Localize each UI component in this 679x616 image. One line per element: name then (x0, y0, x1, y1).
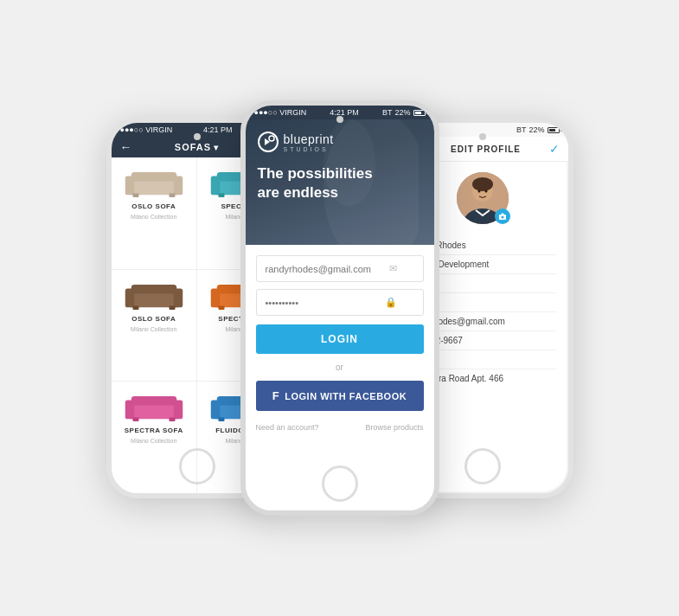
email-icon: ✉ (389, 263, 397, 274)
item-name-3: OSLO SOFA (131, 315, 176, 323)
svg-rect-16 (127, 292, 180, 307)
camera-icon (498, 212, 507, 221)
profile-title: EDIT PROFILE (451, 144, 521, 154)
svg-point-46 (477, 190, 480, 193)
svg-rect-28 (127, 404, 180, 420)
back-arrow-icon[interactable]: ← (120, 140, 132, 154)
catalog-title: SOFAS ▾ (175, 142, 219, 152)
svg-rect-38 (219, 418, 225, 421)
facebook-icon: f (272, 389, 279, 402)
right-icons: BT 22% (516, 125, 560, 134)
password-value: •••••••••• (266, 298, 299, 308)
login-hero: blueprint STUDIOS The possibilities are … (246, 119, 434, 245)
svg-rect-7 (131, 172, 177, 182)
item-collection-5: Milano Collection (131, 438, 176, 444)
svg-rect-4 (127, 180, 180, 196)
login-form: randyrhodes@gmail.com ✉ •••••••••• 🔒 LOG… (246, 245, 434, 510)
svg-rect-8 (132, 194, 138, 197)
sofa-image-5 (124, 388, 184, 423)
svg-point-44 (472, 177, 493, 191)
camera-badge[interactable] (495, 209, 510, 224)
svg-rect-33 (169, 418, 175, 421)
facebook-login-button[interactable]: f LOGIN WITH FACEBOOK (256, 381, 424, 411)
login-button[interactable]: LOGIN (256, 324, 424, 354)
svg-rect-21 (169, 305, 175, 309)
svg-rect-26 (219, 305, 225, 309)
item-collection-3: Milano Collection (131, 326, 176, 332)
item-name-1: OSLO SOFA (131, 202, 176, 210)
phone-center: ●●●○○ VIRGIN 4:21 PM BT 22% blueprint (240, 100, 439, 516)
svg-rect-14 (219, 194, 225, 197)
sofa-image-1 (124, 164, 184, 199)
svg-point-41 (269, 136, 274, 141)
svg-rect-9 (169, 194, 175, 197)
item-name-5: SPECTRA SOFA (125, 427, 183, 434)
password-field[interactable]: •••••••••• 🔒 (256, 289, 424, 316)
center-carrier: ●●●○○ VIRGIN (254, 108, 307, 117)
or-divider: or (256, 363, 424, 372)
right-battery-icon (548, 127, 560, 133)
check-icon[interactable]: ✓ (549, 142, 560, 156)
svg-point-47 (484, 190, 487, 193)
login-screen: blueprint STUDIOS The possibilities are … (246, 119, 434, 510)
svg-rect-32 (132, 418, 138, 421)
center-battery-icon (413, 110, 426, 116)
center-battery-text: BT 22% (382, 108, 426, 117)
email-value: randyrhodes@gmail.com (266, 264, 371, 274)
svg-rect-31 (131, 396, 177, 406)
brand-logo: blueprint STUDIOS (258, 132, 422, 152)
login-footer: Need an account? Browse products (256, 423, 424, 432)
catalog-item-5[interactable]: SPECTRA SOFA Milano Collection (112, 382, 197, 493)
sofa-image-3 (124, 277, 184, 311)
brand-text: blueprint STUDIOS (284, 132, 334, 152)
catalog-item-1[interactable]: OSLO SOFA Milano Collection (112, 157, 197, 269)
need-account-link[interactable]: Need an account? (256, 423, 319, 432)
svg-point-49 (501, 216, 503, 219)
email-field[interactable]: randyrhodes@gmail.com ✉ (256, 255, 424, 282)
brand-logo-icon (258, 132, 279, 152)
svg-rect-20 (132, 305, 138, 309)
phones-container: ●●●○○ VIRGIN 4:21 PM ← SOFAS ▾ (98, 22, 582, 594)
hero-tagline: The possibilities are endless (258, 164, 422, 202)
browse-products-link[interactable]: Browse products (365, 423, 423, 432)
left-time: 4:21 PM (203, 125, 233, 134)
item-collection-1: Milano Collection (131, 214, 176, 220)
center-time: 4:21 PM (330, 108, 359, 117)
lock-icon: 🔒 (385, 297, 397, 308)
svg-rect-19 (131, 285, 177, 294)
left-carrier: ●●●○○ VIRGIN (120, 125, 173, 134)
svg-rect-50 (501, 214, 503, 215)
facebook-button-label: LOGIN WITH FACEBOOK (285, 391, 407, 401)
catalog-item-3[interactable]: OSLO SOFA Milano Collection (112, 270, 197, 382)
center-status-bar: ●●●○○ VIRGIN 4:21 PM BT 22% (246, 106, 434, 119)
